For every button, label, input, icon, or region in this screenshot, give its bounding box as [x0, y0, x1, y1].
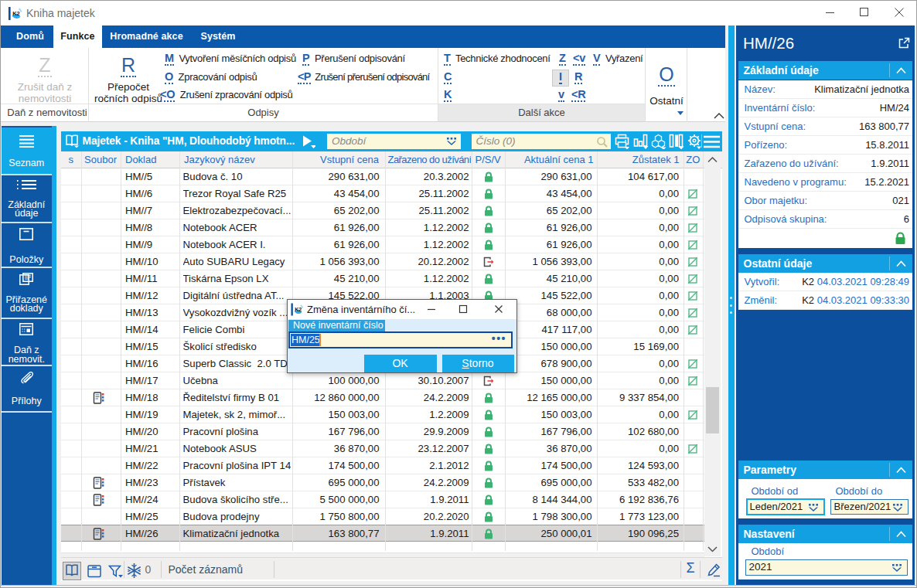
svg-text:K2: K2	[295, 307, 302, 312]
svg-text:K2: K2	[12, 10, 20, 17]
